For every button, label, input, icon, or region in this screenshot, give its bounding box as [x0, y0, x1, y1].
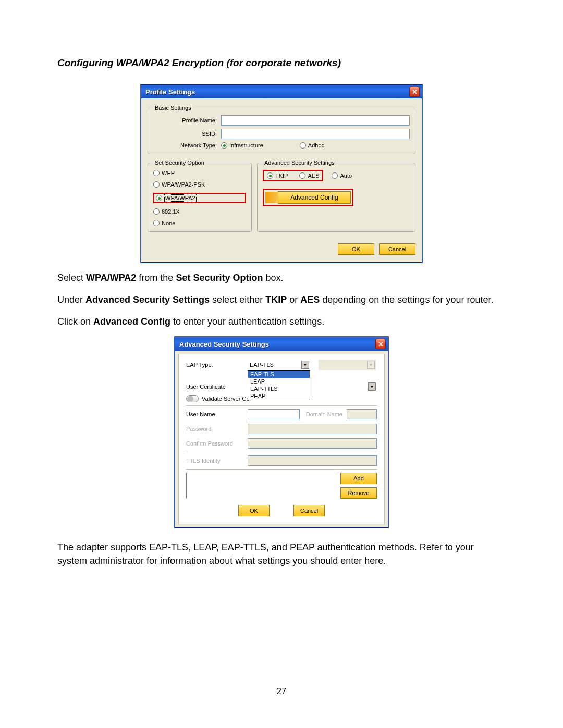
security-8021x-radio[interactable]: 802.1X — [153, 208, 246, 215]
security-wep-radio[interactable]: WEP — [153, 170, 246, 176]
advanced-security-dialog: Advanced Security Settings ✕ EAP Type: E… — [175, 337, 388, 528]
basic-settings-legend: Basic Settings — [153, 105, 193, 111]
page-number: 27 — [0, 686, 563, 697]
ok-button[interactable]: OK — [338, 243, 374, 255]
instruction-4: The adapter supports EAP-TLS, LEAP, EAP-… — [57, 540, 506, 567]
security-wpa-highlight: WPA/WPA2 — [153, 193, 246, 203]
advanced-config-button[interactable]: Advanced Config — [278, 191, 351, 204]
profile-name-input[interactable] — [221, 115, 410, 126]
ssid-input[interactable] — [221, 129, 410, 139]
eap-type-dropdown-list[interactable]: EAP-TLS LEAP EAP-TTLS PEAP — [248, 370, 310, 400]
instruction-1: Select WPA/WPA2 from the Set Security Op… — [57, 271, 506, 285]
validate-server-label: Validate Server Cer — [202, 396, 251, 402]
validate-server-toggle[interactable] — [186, 395, 199, 402]
server-list[interactable] — [186, 473, 335, 499]
dialog-title: Advanced Security Settings — [179, 340, 375, 348]
security-option-group: Set Security Option WEP WPA/WPA2-PSK WPA… — [148, 159, 252, 232]
eap-option-leap[interactable]: LEAP — [248, 378, 310, 385]
basic-settings-group: Basic Settings Profile Name: SSID: Netwo… — [148, 105, 415, 154]
advanced-security-legend: Advanced Security Settings — [263, 159, 336, 166]
security-none-radio[interactable]: None — [153, 220, 246, 226]
network-type-label: Network Type: — [153, 142, 221, 149]
instruction-2: Under Advanced Security Settings select … — [57, 293, 506, 306]
eap-option-eapttls[interactable]: EAP-TTLS — [248, 385, 310, 392]
ssid-label: SSID: — [153, 131, 221, 137]
ttls-identity-input — [248, 455, 377, 466]
eap-subtype-select: ▼ — [319, 360, 376, 370]
titlebar: Advanced Security Settings ✕ — [175, 337, 388, 351]
chevron-down-icon: ▼ — [301, 361, 309, 369]
eap-option-eaptls[interactable]: EAP-TLS — [248, 371, 310, 378]
security-wpapsk-radio[interactable]: WPA/WPA2-PSK — [153, 181, 246, 188]
chevron-down-icon: ▼ — [368, 382, 376, 391]
domain-name-label: Domain Name — [300, 411, 347, 417]
section-heading: Configuring WPA/WPA2 Encryption (for cor… — [57, 57, 506, 69]
eap-type-select[interactable]: EAP-TLS ▼ — [248, 360, 310, 370]
network-type-infrastructure-radio[interactable]: Infrastructure — [221, 142, 263, 149]
profile-settings-dialog: Profile Settings ✕ Basic Settings Profil… — [141, 84, 422, 263]
ok-button[interactable]: OK — [238, 505, 270, 516]
advanced-security-group: Advanced Security Settings TKIP AES Auto… — [257, 159, 415, 232]
encryption-highlight: TKIP AES — [263, 170, 323, 181]
close-icon[interactable]: ✕ — [409, 87, 420, 97]
network-type-adhoc-radio[interactable]: Adhoc — [300, 142, 324, 149]
remove-button[interactable]: Remove — [340, 487, 377, 499]
ttls-identity-label: TTLS Identity — [186, 458, 248, 464]
domain-name-input — [347, 409, 377, 419]
advanced-config-highlight: Advanced Config — [263, 189, 353, 206]
user-certificate-label: User Certificate — [186, 384, 248, 390]
encryption-tkip-radio[interactable]: TKIP — [267, 172, 288, 179]
password-label: Password — [186, 426, 248, 432]
confirm-password-input — [248, 438, 377, 449]
encryption-aes-radio[interactable]: AES — [299, 172, 319, 179]
confirm-password-label: Confirm Password — [186, 440, 248, 447]
dialog-title: Profile Settings — [145, 88, 409, 96]
security-wpa-radio[interactable]: WPA/WPA2 — [156, 194, 197, 202]
cancel-button[interactable]: Cancel — [293, 505, 325, 516]
eap-type-label: EAP Type: — [186, 362, 248, 368]
advanced-config-icon — [265, 192, 278, 203]
titlebar: Profile Settings ✕ — [141, 85, 422, 98]
user-name-input[interactable] — [248, 409, 300, 419]
instruction-3: Click on Advanced Config to enter your a… — [57, 315, 506, 328]
cancel-button[interactable]: Cancel — [379, 243, 415, 255]
password-input — [248, 424, 377, 434]
eap-option-peap[interactable]: PEAP — [248, 392, 310, 400]
user-name-label: User Name — [186, 411, 248, 417]
chevron-down-icon: ▼ — [367, 361, 375, 369]
encryption-auto-radio[interactable]: Auto — [332, 172, 352, 179]
add-button[interactable]: Add — [340, 473, 377, 484]
close-icon[interactable]: ✕ — [375, 339, 386, 349]
profile-name-label: Profile Name: — [153, 117, 221, 124]
security-option-legend: Set Security Option — [153, 159, 206, 166]
